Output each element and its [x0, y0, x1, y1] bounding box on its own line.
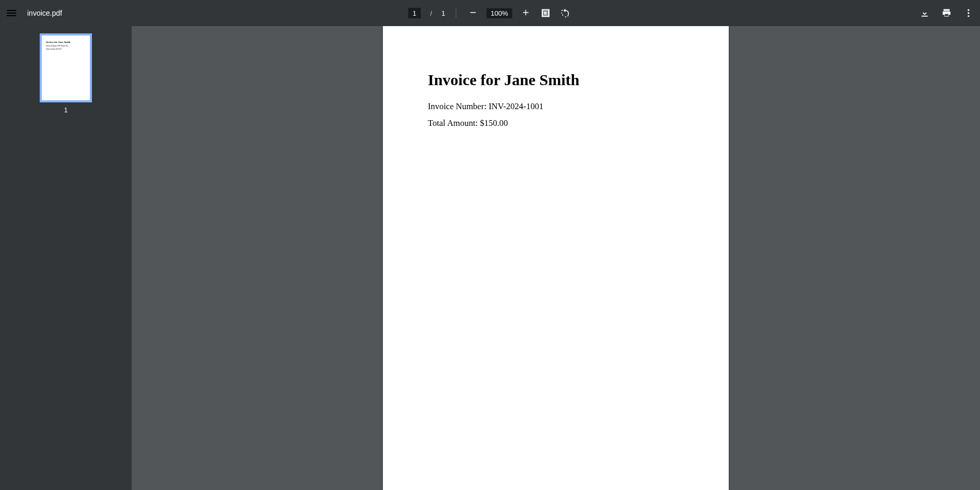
thumbnail-sidebar: Invoice for Jane Smith Invoice Number: I… [0, 26, 132, 490]
download-button[interactable] [918, 7, 931, 19]
invoice-total-line: Total Amount: $150.00 [428, 118, 684, 129]
document-viewer[interactable]: Invoice for Jane Smith Invoice Number: I… [132, 26, 980, 490]
menu-icon[interactable] [5, 7, 18, 19]
thumb-line: Invoice Number: INV-2024-1001 [46, 45, 86, 47]
svg-point-5 [967, 15, 969, 17]
thumb-heading: Invoice for Jane Smith [46, 41, 86, 43]
thumbnail-label: 1 [64, 107, 68, 114]
svg-point-3 [967, 9, 969, 11]
document-page: Invoice for Jane Smith Invoice Number: I… [383, 26, 729, 490]
page-total: 1 [441, 9, 445, 17]
file-title: invoice.pdf [27, 9, 62, 17]
divider [456, 8, 456, 18]
thumb-line: Total Amount: $150.00 [46, 48, 86, 50]
more-options-button[interactable] [962, 7, 975, 19]
fit-to-page-button[interactable] [540, 7, 552, 19]
invoice-heading: Invoice for Jane Smith [428, 71, 684, 89]
print-button[interactable] [940, 7, 953, 19]
page-separator: / [430, 9, 432, 17]
invoice-number-line: Invoice Number: INV-2024-1001 [428, 101, 684, 112]
rotate-button[interactable] [559, 7, 572, 19]
svg-point-4 [967, 12, 969, 14]
zoom-level: 100% [486, 8, 512, 18]
thumbnail-page-1[interactable]: Invoice for Jane Smith Invoice Number: I… [40, 33, 92, 114]
svg-rect-2 [544, 13, 546, 14]
zoom-out-button[interactable] [466, 8, 479, 19]
page-number-input[interactable] [408, 8, 421, 18]
zoom-in-button[interactable] [520, 8, 532, 19]
pdf-toolbar: invoice.pdf / 1 100% [0, 0, 980, 26]
thumbnail-preview: Invoice for Jane Smith Invoice Number: I… [40, 33, 92, 102]
